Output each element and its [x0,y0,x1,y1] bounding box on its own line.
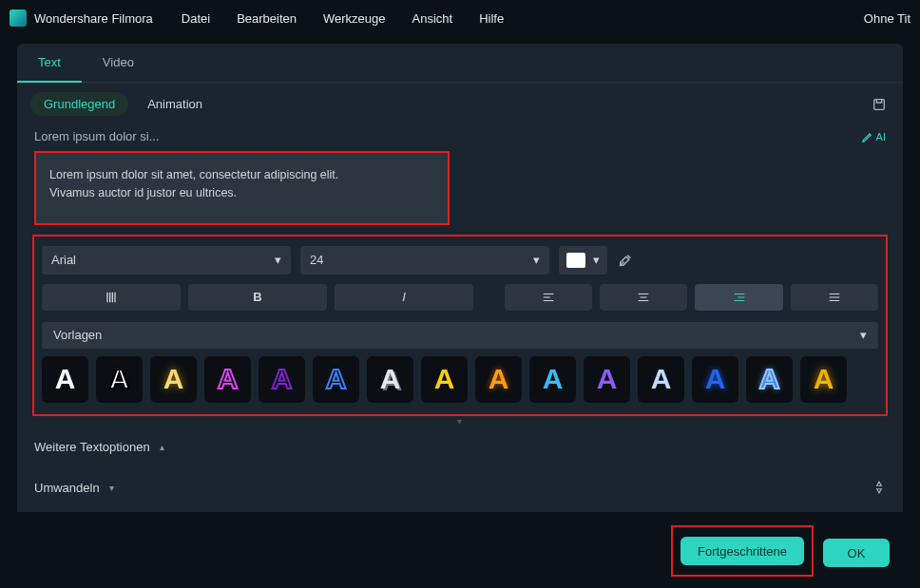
font-family-value: Arial [51,253,76,267]
text-style-template[interactable]: A [746,356,793,403]
ok-button[interactable]: OK [823,539,890,567]
font-color-select[interactable]: ▾ [559,246,607,275]
text-style-template[interactable]: A [367,356,413,403]
tab-video[interactable]: Video [82,44,155,82]
text-style-template[interactable]: A [475,356,522,403]
text-item-label-row: Lorem ipsum dolor si... AI [17,125,903,151]
text-style-template[interactable]: A [42,356,88,403]
subtab-animation[interactable]: Animation [142,92,208,116]
reset-transform-icon[interactable] [872,481,886,494]
transform-section[interactable]: Umwandeln ▾ [17,467,903,508]
templates-grid: AAAAAAAAAAAAAAA [36,351,884,407]
font-family-select[interactable]: Arial ▾ [42,246,291,275]
text-style-template[interactable]: A [800,356,847,403]
svg-rect-0 [874,99,885,109]
text-style-template[interactable]: A [313,356,359,403]
chevron-down-icon: ▾ [860,328,867,342]
text-style-template[interactable]: A [584,356,630,403]
title-bar: Wondershare Filmora Datei Bearbeiten Wer… [0,0,920,36]
subtab-basic[interactable]: Grundlegend [30,92,128,116]
menu-help[interactable]: Hilfe [479,11,504,26]
text-style-template[interactable]: A [259,356,305,403]
save-preset-icon[interactable] [869,94,890,115]
text-style-template[interactable]: A [421,356,468,403]
chevron-down-icon: ▾ [109,483,114,493]
menu-tools[interactable]: Werkzeuge [323,11,386,26]
text-item-label: Lorem ipsum dolor si... [34,129,160,143]
font-size-select[interactable]: 24 ▾ [300,246,549,275]
format-row: B I [36,278,884,316]
chevron-down-icon: ▾ [593,253,600,267]
color-swatch [566,253,585,268]
subtab-row: Grundlegend Animation [17,83,903,125]
ai-edit-button[interactable]: AI [861,130,886,143]
text-style-template[interactable]: A [638,356,684,403]
chevron-down-icon: ▾ [275,253,281,267]
app-title: Wondershare Filmora [34,11,153,26]
align-left-button[interactable] [505,284,592,311]
text-format-group: Arial ▾ 24 ▾ ▾ B I [32,235,888,416]
app-logo-icon [10,9,27,27]
inspector-panel: Text Video Grundlegend Animation Lorem i… [17,44,903,512]
text-style-template[interactable]: A [96,356,143,403]
templates-header[interactable]: Vorlagen ▾ [42,322,878,349]
align-justify-button[interactable] [791,284,878,311]
text-input[interactable]: Lorem ipsum dolor sit amet, consectetur … [36,153,448,223]
templates-label: Vorlagen [53,328,102,342]
more-text-options[interactable]: Weitere Textoptionen ▴ [17,427,903,467]
text-style-template[interactable]: A [204,356,251,403]
menu-view[interactable]: Ansicht [412,11,453,26]
more-text-options-label: Weitere Textoptionen [34,440,150,454]
italic-button[interactable]: I [335,284,473,311]
text-style-template[interactable]: A [529,356,576,403]
font-row: Arial ▾ 24 ▾ ▾ [36,242,884,278]
text-style-template[interactable]: A [692,356,738,403]
spacing-button[interactable] [42,284,181,311]
align-right-button[interactable] [695,284,782,311]
ai-label: AI [876,131,886,142]
transform-label: Umwandeln [34,481,100,495]
font-size-value: 24 [310,253,323,267]
chevron-down-icon: ▾ [533,253,540,267]
bold-button[interactable]: B [188,284,327,311]
panel-tabs: Text Video [17,44,903,83]
tab-text[interactable]: Text [17,44,82,83]
footer-buttons: Fortgeschrittene [671,525,814,577]
text-content-box: Lorem ipsum dolor sit amet, consectetur … [34,151,450,225]
drag-handle-icon[interactable]: ▾ [17,416,903,427]
menu-file[interactable]: Datei [182,11,210,26]
align-center-button[interactable] [600,284,687,311]
eyedropper-icon[interactable] [617,252,634,269]
menu-edit[interactable]: Bearbeiten [237,11,297,26]
main-menu: Datei Bearbeiten Werkzeuge Ansicht Hilfe [182,11,504,26]
document-title: Ohne Tit [864,11,910,26]
advanced-button[interactable]: Fortgeschrittene [680,537,804,565]
chevron-up-icon: ▴ [160,442,164,452]
text-style-template[interactable]: A [150,356,197,403]
